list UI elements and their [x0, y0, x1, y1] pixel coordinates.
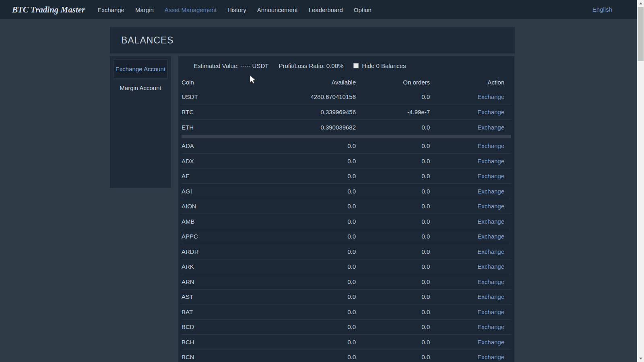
- available-cell: 0.0: [262, 173, 363, 179]
- exchange-link-bch[interactable]: Exchange: [477, 339, 504, 346]
- action-cell: Exchange: [437, 158, 511, 165]
- table-row-ae: AE0.00.0Exchange: [182, 169, 511, 184]
- on-orders-cell: 0.0: [363, 124, 437, 131]
- on-orders-cell: 0.0: [363, 278, 437, 285]
- coin-cell: ARN: [182, 278, 262, 285]
- action-cell: Exchange: [437, 93, 511, 100]
- balances-panel: Estimated Value: ----- USDT Profit/Loss …: [178, 56, 514, 362]
- nav-items: ExchangeMarginAsset ManagementHistoryAnn…: [97, 6, 382, 13]
- brand-logo[interactable]: BTC Trading Master: [12, 5, 85, 15]
- coin-cell: AE: [182, 173, 262, 179]
- action-cell: Exchange: [437, 218, 511, 225]
- table-row-ardr: ARDR0.00.0Exchange: [182, 244, 511, 259]
- on-orders-cell: 0.0: [363, 218, 437, 225]
- action-cell: Exchange: [437, 293, 511, 300]
- exchange-link-arn[interactable]: Exchange: [477, 278, 504, 285]
- column-header-available: Available: [262, 79, 363, 86]
- coin-cell: AST: [182, 293, 262, 300]
- available-cell: 0.0: [262, 248, 363, 255]
- exchange-link-agi[interactable]: Exchange: [477, 188, 504, 195]
- zero-balances-divider: [182, 135, 511, 138]
- exchange-link-ae[interactable]: Exchange: [477, 173, 504, 179]
- table-row-ada: ADA0.00.0Exchange: [182, 138, 511, 154]
- balances-table-body: USDT4280.6704101560.0ExchangeBTC0.339969…: [182, 89, 511, 362]
- available-cell: 0.0: [262, 354, 363, 360]
- available-cell: 0.0: [262, 263, 363, 270]
- on-orders-cell: 0.0: [363, 188, 437, 195]
- nav-item-leaderboard[interactable]: Leaderboard: [309, 6, 343, 13]
- table-row-eth: ETH0.3900396820.0Exchange: [182, 119, 511, 135]
- available-cell: 0.0: [262, 233, 363, 240]
- available-cell: 0.0: [262, 278, 363, 285]
- scrollbar[interactable]: [637, 0, 644, 362]
- exchange-link-eth[interactable]: Exchange: [477, 124, 504, 131]
- action-cell: Exchange: [437, 142, 511, 149]
- table-row-amb: AMB0.00.0Exchange: [182, 214, 511, 229]
- exchange-link-ardr[interactable]: Exchange: [477, 248, 504, 255]
- coin-cell: APPC: [182, 233, 262, 240]
- available-cell: 0.0: [262, 293, 363, 300]
- table-row-btc: BTC0.339969456-4.99e-7Exchange: [182, 105, 511, 120]
- balances-table: Coin Available On orders Action USDT4280…: [178, 75, 514, 362]
- on-orders-cell: 0.0: [363, 293, 437, 300]
- on-orders-cell: 0.0: [363, 142, 437, 149]
- nav-item-exchange[interactable]: Exchange: [97, 6, 124, 13]
- exchange-link-btc[interactable]: Exchange: [477, 109, 504, 115]
- action-cell: Exchange: [437, 278, 511, 285]
- nav-item-announcement[interactable]: Announcement: [257, 6, 298, 13]
- scroll-down-arrow-icon: [639, 358, 642, 360]
- exchange-link-ada[interactable]: Exchange: [477, 142, 504, 149]
- exchange-link-appc[interactable]: Exchange: [477, 233, 504, 240]
- action-cell: Exchange: [437, 233, 511, 240]
- on-orders-cell: 0.0: [363, 248, 437, 255]
- scrollbar-up-button[interactable]: [637, 0, 644, 7]
- nav-item-option[interactable]: Option: [354, 6, 372, 13]
- exchange-link-ark[interactable]: Exchange: [477, 263, 504, 270]
- exchange-link-amb[interactable]: Exchange: [477, 218, 504, 225]
- table-row-aion: AION0.00.0Exchange: [182, 199, 511, 214]
- exchange-link-usdt[interactable]: Exchange: [477, 93, 504, 100]
- available-cell: 0.390039682: [262, 124, 363, 131]
- nav-item-history[interactable]: History: [227, 6, 246, 13]
- coin-cell: AMB: [182, 218, 262, 225]
- coin-cell: ADX: [182, 158, 262, 165]
- sidebar-item-margin-account[interactable]: Margin Account: [113, 78, 168, 97]
- exchange-link-bcn[interactable]: Exchange: [477, 354, 504, 360]
- on-orders-cell: 0.0: [363, 233, 437, 240]
- top-navbar: BTC Trading Master ExchangeMarginAsset M…: [0, 0, 644, 19]
- language-switcher[interactable]: English: [592, 0, 612, 19]
- column-header-action: Action: [437, 79, 511, 86]
- table-row-ast: AST0.00.0Exchange: [182, 289, 511, 304]
- exchange-link-bcd[interactable]: Exchange: [477, 323, 504, 330]
- available-cell: 0.0: [262, 309, 363, 315]
- hide-zero-balances-checkbox[interactable]: [353, 63, 359, 68]
- on-orders-cell: 0.0: [363, 203, 437, 210]
- sidebar-item-exchange-account[interactable]: Exchange Account: [113, 60, 168, 78]
- nav-item-margin[interactable]: Margin: [135, 6, 154, 13]
- profit-loss-ratio: Profit/Loss Ratio: 0.00%: [279, 62, 343, 69]
- table-row-bcd: BCD0.00.0Exchange: [182, 319, 511, 335]
- coin-cell: BCH: [182, 339, 262, 346]
- exchange-link-bat[interactable]: Exchange: [477, 309, 504, 315]
- available-cell: 4280.670410156: [262, 93, 363, 100]
- estimated-value: Estimated Value: ----- USDT: [194, 62, 268, 69]
- scrollbar-down-button[interactable]: [637, 355, 644, 362]
- available-cell: 0.339969456: [262, 109, 363, 115]
- balances-header-panel: BALANCES: [110, 27, 515, 53]
- coin-cell: ADA: [182, 142, 262, 149]
- available-cell: 0.0: [262, 218, 363, 225]
- column-header-on-orders: On orders: [363, 79, 437, 86]
- table-row-bcn: BCN0.00.0Exchange: [182, 350, 511, 362]
- table-row-usdt: USDT4280.6704101560.0Exchange: [182, 89, 511, 105]
- balances-table-header: Coin Available On orders Action: [182, 75, 511, 89]
- nav-item-asset-management[interactable]: Asset Management: [165, 6, 217, 13]
- exchange-link-ast[interactable]: Exchange: [477, 293, 504, 300]
- action-cell: Exchange: [437, 109, 511, 115]
- coin-cell: USDT: [182, 93, 262, 100]
- action-cell: Exchange: [437, 263, 511, 270]
- scrollbar-thumb[interactable]: [638, 7, 644, 61]
- exchange-link-adx[interactable]: Exchange: [477, 158, 504, 165]
- on-orders-cell: 0.0: [363, 173, 437, 179]
- exchange-link-aion[interactable]: Exchange: [477, 203, 504, 210]
- available-cell: 0.0: [262, 142, 363, 149]
